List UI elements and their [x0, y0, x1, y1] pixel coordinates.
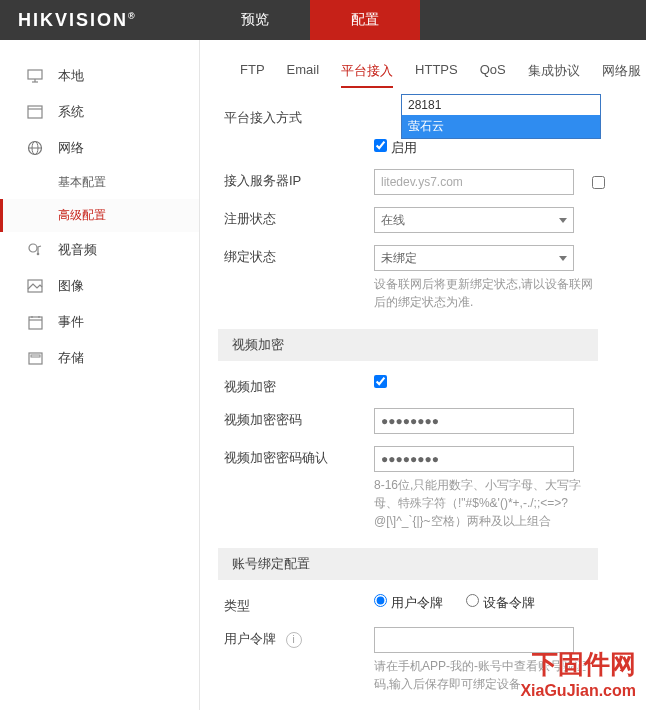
label-enable: 启用 [391, 140, 417, 155]
sidebar-label-network: 网络 [58, 139, 84, 157]
sidebar-sub-basic[interactable]: 基本配置 [0, 166, 199, 199]
svg-rect-0 [28, 70, 42, 79]
sidebar-label-av: 视音频 [58, 241, 97, 259]
sidebar-item-local[interactable]: 本地 [0, 58, 199, 94]
label-access-mode: 平台接入方式 [224, 106, 374, 127]
svg-point-8 [29, 244, 37, 252]
label-bind-status: 绑定状态 [224, 245, 374, 266]
radio-device-token-label: 设备令牌 [483, 595, 535, 610]
enable-checkbox[interactable] [374, 139, 387, 152]
sidebar-label-event: 事件 [58, 313, 84, 331]
sidebar-label-local: 本地 [58, 67, 84, 85]
svg-rect-3 [28, 106, 42, 118]
av-icon [26, 241, 44, 259]
bind-help-text: 设备联网后将更新绑定状态,请以设备联网后的绑定状态为准. [374, 271, 594, 311]
tab-email[interactable]: Email [287, 62, 320, 88]
topnav-preview[interactable]: 预览 [200, 0, 310, 40]
svg-rect-11 [29, 317, 42, 329]
encrypt-pwd-input[interactable]: ●●●●●●●● [374, 408, 574, 434]
calendar-icon [26, 313, 44, 331]
sidebar-sub-advanced[interactable]: 高级配置 [0, 199, 199, 232]
tab-https[interactable]: HTTPS [415, 62, 458, 88]
dropdown-option-ezviz[interactable]: 萤石云 [402, 115, 600, 138]
tab-proto[interactable]: 集成协议 [528, 62, 580, 88]
label-encrypt-pwd: 视频加密密码 [224, 408, 374, 429]
chevron-down-icon [559, 218, 567, 223]
sidebar-item-image[interactable]: 图像 [0, 268, 199, 304]
sidebar-item-network[interactable]: 网络 [0, 130, 199, 166]
brand-logo: HIKVISION® [0, 10, 200, 31]
server-ip-extra-checkbox[interactable] [592, 176, 605, 189]
sidebar-item-system[interactable]: 系统 [0, 94, 199, 130]
enable-checkbox-wrap[interactable]: 启用 [374, 140, 417, 155]
storage-icon [26, 349, 44, 367]
globe-icon [26, 139, 44, 157]
access-mode-dropdown[interactable]: 28181 萤石云 [401, 94, 601, 139]
chevron-down-icon [559, 256, 567, 261]
label-reg-status: 注册状态 [224, 207, 374, 228]
tab-netsvc[interactable]: 网络服 [602, 62, 641, 88]
svg-point-9 [37, 253, 40, 256]
sidebar-label-image: 图像 [58, 277, 84, 295]
reg-status-select[interactable]: 在线 [374, 207, 574, 233]
info-icon[interactable]: i [286, 632, 302, 648]
label-user-token: 用户令牌 i [224, 627, 374, 648]
bind-status-value: 未绑定 [381, 250, 417, 267]
token-help-text: 请在手机APP-我的-账号中查看账号验证码,输入后保存即可绑定设备 [374, 653, 594, 693]
label-encrypt-pwd2: 视频加密密码确认 [224, 446, 374, 467]
section-bind-header: 账号绑定配置 [218, 548, 598, 580]
encrypt-checkbox[interactable] [374, 375, 387, 388]
sidebar-item-av[interactable]: 视音频 [0, 232, 199, 268]
radio-user-token-label: 用户令牌 [391, 595, 443, 610]
user-token-input[interactable] [374, 627, 574, 653]
section-encrypt-header: 视频加密 [218, 329, 598, 361]
dropdown-option-28181[interactable]: 28181 [402, 95, 600, 115]
tab-platform[interactable]: 平台接入 [341, 62, 393, 88]
label-encrypt: 视频加密 [224, 375, 374, 396]
tabs-row: FTP Email 平台接入 HTTPS QoS 集成协议 网络服 [218, 40, 646, 96]
label-type: 类型 [224, 594, 374, 615]
sidebar-item-event[interactable]: 事件 [0, 304, 199, 340]
radio-user-token-wrap[interactable]: 用户令牌 [374, 595, 446, 610]
sidebar-label-system: 系统 [58, 103, 84, 121]
topnav-config[interactable]: 配置 [310, 0, 420, 40]
radio-device-token-wrap[interactable]: 设备令牌 [466, 595, 535, 610]
reg-status-value: 在线 [381, 212, 405, 229]
tab-ftp[interactable]: FTP [240, 62, 265, 88]
sidebar: 本地 系统 网络 基本配置 高级配置 视音频 图像 事件 存储 [0, 40, 200, 710]
radio-user-token[interactable] [374, 594, 387, 607]
sidebar-item-storage[interactable]: 存储 [0, 340, 199, 376]
sidebar-label-storage: 存储 [58, 349, 84, 367]
window-icon [26, 103, 44, 121]
label-server-ip: 接入服务器IP [224, 169, 374, 190]
radio-device-token[interactable] [466, 594, 479, 607]
server-ip-input[interactable] [374, 169, 574, 195]
encrypt-pwd2-input[interactable]: ●●●●●●●● [374, 446, 574, 472]
pwd-help-text: 8-16位,只能用数字、小写字母、大写字母、特殊字符（!"#$%&'()*+,-… [374, 472, 594, 530]
image-icon [26, 277, 44, 295]
tab-qos[interactable]: QoS [480, 62, 506, 88]
bind-status-select[interactable]: 未绑定 [374, 245, 574, 271]
svg-rect-16 [31, 355, 40, 357]
monitor-icon [26, 67, 44, 85]
